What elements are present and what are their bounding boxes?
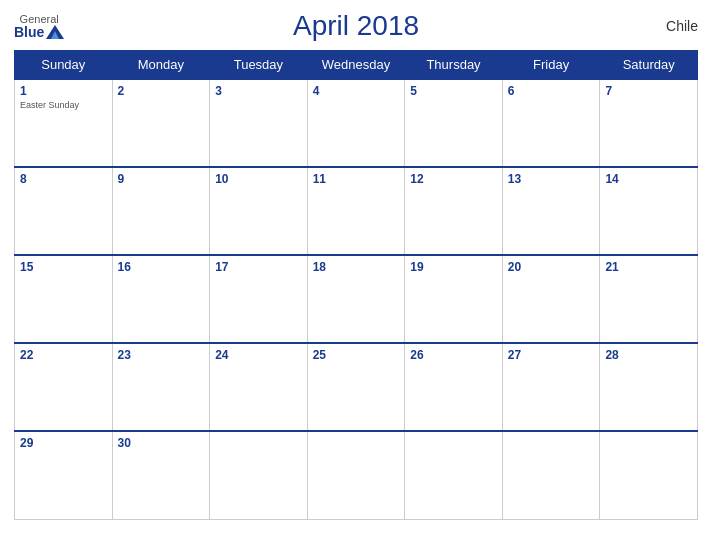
day-cell (405, 431, 503, 519)
day-number: 19 (410, 260, 497, 274)
day-cell: 5 (405, 79, 503, 167)
day-cell: 8 (15, 167, 113, 255)
day-number: 21 (605, 260, 692, 274)
day-cell: 26 (405, 343, 503, 431)
day-cell: 19 (405, 255, 503, 343)
day-number: 24 (215, 348, 302, 362)
header-wednesday: Wednesday (307, 51, 405, 80)
day-number: 22 (20, 348, 107, 362)
day-number: 15 (20, 260, 107, 274)
day-number: 10 (215, 172, 302, 186)
day-cell: 18 (307, 255, 405, 343)
day-number: 28 (605, 348, 692, 362)
day-number: 30 (118, 436, 205, 450)
day-number: 6 (508, 84, 595, 98)
day-number: 29 (20, 436, 107, 450)
day-number: 20 (508, 260, 595, 274)
day-number: 8 (20, 172, 107, 186)
day-event: Easter Sunday (20, 100, 107, 112)
day-number: 5 (410, 84, 497, 98)
day-cell: 25 (307, 343, 405, 431)
day-cell: 4 (307, 79, 405, 167)
header-tuesday: Tuesday (210, 51, 308, 80)
day-cell: 24 (210, 343, 308, 431)
day-cell (600, 431, 698, 519)
day-cell: 28 (600, 343, 698, 431)
day-cell (210, 431, 308, 519)
day-number: 3 (215, 84, 302, 98)
day-cell: 9 (112, 167, 210, 255)
calendar-container: General Blue April 2018 Chile Sunday Mon… (0, 0, 712, 550)
week-row-3: 15161718192021 (15, 255, 698, 343)
weekday-header-row: Sunday Monday Tuesday Wednesday Thursday… (15, 51, 698, 80)
calendar-table: Sunday Monday Tuesday Wednesday Thursday… (14, 50, 698, 520)
day-cell: 11 (307, 167, 405, 255)
day-number: 2 (118, 84, 205, 98)
day-cell: 27 (502, 343, 600, 431)
country-label: Chile (666, 18, 698, 34)
calendar-header: General Blue April 2018 Chile (14, 10, 698, 42)
day-cell: 12 (405, 167, 503, 255)
day-number: 14 (605, 172, 692, 186)
week-row-5: 2930 (15, 431, 698, 519)
day-cell: 16 (112, 255, 210, 343)
header-monday: Monday (112, 51, 210, 80)
day-cell: 21 (600, 255, 698, 343)
day-number: 18 (313, 260, 400, 274)
day-cell: 1Easter Sunday (15, 79, 113, 167)
day-number: 23 (118, 348, 205, 362)
day-number: 9 (118, 172, 205, 186)
day-cell: 30 (112, 431, 210, 519)
calendar-title: April 2018 (293, 10, 419, 42)
day-number: 16 (118, 260, 205, 274)
header-saturday: Saturday (600, 51, 698, 80)
week-row-2: 891011121314 (15, 167, 698, 255)
day-cell: 2 (112, 79, 210, 167)
day-cell: 29 (15, 431, 113, 519)
day-cell: 17 (210, 255, 308, 343)
logo-icon (46, 25, 64, 39)
week-row-1: 1Easter Sunday234567 (15, 79, 698, 167)
day-number: 13 (508, 172, 595, 186)
day-number: 27 (508, 348, 595, 362)
day-cell: 6 (502, 79, 600, 167)
day-cell: 23 (112, 343, 210, 431)
day-number: 26 (410, 348, 497, 362)
day-number: 4 (313, 84, 400, 98)
day-cell: 10 (210, 167, 308, 255)
logo-general: General (20, 14, 59, 25)
day-cell: 15 (15, 255, 113, 343)
day-number: 7 (605, 84, 692, 98)
day-cell: 13 (502, 167, 600, 255)
day-number: 12 (410, 172, 497, 186)
day-cell: 3 (210, 79, 308, 167)
day-cell: 14 (600, 167, 698, 255)
day-number: 17 (215, 260, 302, 274)
logo-blue: Blue (14, 25, 44, 39)
day-cell (307, 431, 405, 519)
header-friday: Friday (502, 51, 600, 80)
day-cell: 20 (502, 255, 600, 343)
header-sunday: Sunday (15, 51, 113, 80)
day-cell (502, 431, 600, 519)
day-number: 1 (20, 84, 107, 98)
day-cell: 22 (15, 343, 113, 431)
day-cell: 7 (600, 79, 698, 167)
day-number: 25 (313, 348, 400, 362)
logo: General Blue (14, 14, 64, 39)
day-number: 11 (313, 172, 400, 186)
week-row-4: 22232425262728 (15, 343, 698, 431)
header-thursday: Thursday (405, 51, 503, 80)
